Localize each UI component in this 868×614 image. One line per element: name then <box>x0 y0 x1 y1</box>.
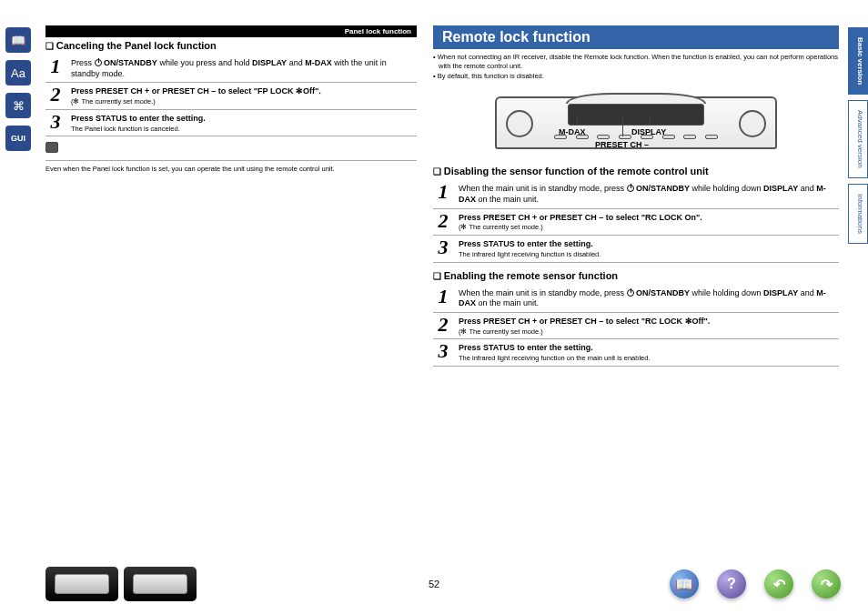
panel-lock-bar: Panel lock function <box>45 25 417 37</box>
page-number: 52 <box>429 579 439 589</box>
device-diagram: ON/STANDBY PRESET CH + STATUS M-DAX DISP… <box>486 96 786 149</box>
tab-info[interactable]: Informations <box>848 184 868 244</box>
right-column: Remote lock function • When not connecti… <box>433 25 839 614</box>
left-column: Panel lock function ❏ Canceling the Pane… <box>45 25 417 614</box>
step-num: 2 <box>45 85 66 106</box>
tab-basic[interactable]: Basic version <box>848 27 868 95</box>
step-row: 1 Press ON/STANDBY while you press and h… <box>45 55 417 83</box>
help-icon[interactable]: ? <box>717 569 746 599</box>
forward-icon[interactable]: ↷ <box>812 569 841 599</box>
disable-title: ❏ Disabling the sensor function of the r… <box>433 166 839 176</box>
bullet-text: • By default, this function is disabled. <box>433 72 839 81</box>
step-body: Press STATUS to enter the setting. The P… <box>71 112 417 133</box>
cancel-title: ❏ Canceling the Panel lock function <box>45 40 417 51</box>
footer: 52 📖 ? ↶ ↷ <box>0 561 868 607</box>
step-row: 3 Press STATUS to enter the setting. The… <box>45 110 417 136</box>
step-body: Press PRESET CH + or PRESET CH – to sele… <box>71 85 417 106</box>
aa-icon[interactable]: Aa <box>5 60 31 86</box>
link-icon[interactable]: ⌘ <box>5 93 31 118</box>
enable-title: ❏ Enabling the remote sensor function <box>433 270 839 281</box>
right-tab-rail: Basic version Advanced version Informati… <box>848 0 868 614</box>
bullet-text: • When not connecting an IR receiver, di… <box>433 53 839 71</box>
step-num: 1 <box>45 56 66 79</box>
gui-icon[interactable]: GUI <box>5 126 31 151</box>
left-icon-rail: 📖 Aa ⌘ GUI <box>0 0 36 614</box>
book-icon[interactable]: 📖 <box>5 27 31 53</box>
note-text: Even when the Panel lock function is set… <box>45 165 417 174</box>
thumb-front[interactable] <box>45 567 118 601</box>
pencil-icon <box>45 142 58 153</box>
step-body: Press ON/STANDBY while you press and hol… <box>71 56 417 79</box>
cancel-title-text: Canceling the Panel lock function <box>56 40 217 51</box>
tab-advanced[interactable]: Advanced version <box>848 100 868 178</box>
remote-lock-header: Remote lock function <box>433 25 839 49</box>
step-num: 3 <box>45 112 66 133</box>
thumb-rear[interactable] <box>124 567 197 601</box>
book-icon[interactable]: 📖 <box>670 569 699 599</box>
back-icon[interactable]: ↶ <box>764 569 793 599</box>
step-row: 2 Press PRESET CH + or PRESET CH – to se… <box>45 83 417 109</box>
